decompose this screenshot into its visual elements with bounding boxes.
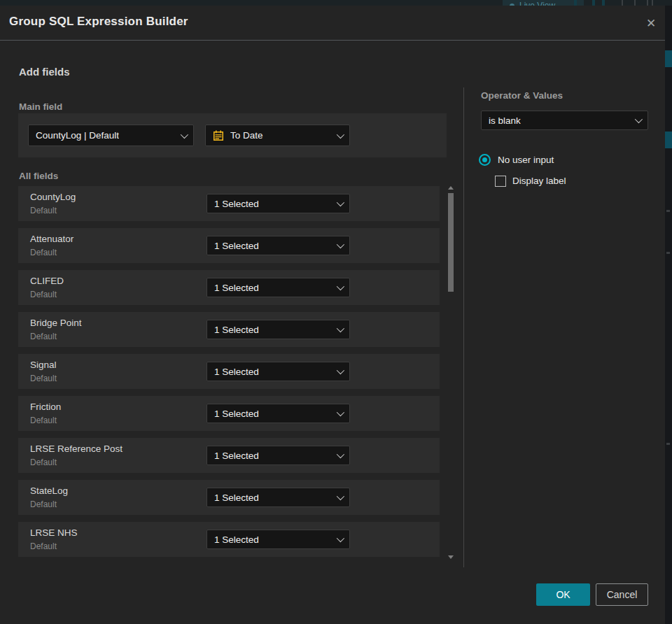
chevron-down-icon — [337, 325, 344, 332]
radio-selected-dot — [482, 157, 487, 162]
toolbar-separator — [592, 0, 595, 6]
field-selection-value: 1 Selected — [214, 409, 259, 419]
background-mark — [666, 210, 670, 212]
field-selection-dropdown[interactable]: 1 Selected — [206, 320, 350, 339]
field-name: Bridge Point — [30, 318, 82, 328]
field-selection-dropdown[interactable]: 1 Selected — [206, 236, 350, 255]
chevron-down-icon — [337, 451, 344, 458]
toolbar-separator — [574, 0, 577, 6]
main-field-panel: CountyLog | Default To Date — [18, 113, 447, 157]
toolbar-separator — [602, 0, 605, 6]
main-field-dropdown[interactable]: CountyLog | Default — [28, 125, 194, 146]
field-name: CLIFED — [30, 276, 64, 286]
field-name: Friction — [30, 402, 61, 412]
field-row: AttenuatorDefault1 Selected — [18, 228, 440, 263]
field-row: CountyLogDefault1 Selected — [18, 186, 440, 221]
background-app-topbar: Live View — [0, 0, 672, 6]
field-selection-value: 1 Selected — [214, 492, 259, 503]
main-field-label: Main field — [19, 101, 62, 112]
field-row: CLIFEDDefault1 Selected — [18, 270, 440, 305]
field-source: Default — [30, 332, 57, 341]
screen: Live View Group SQL Expression Builder ✕… — [0, 0, 672, 624]
display-label-label: Display label — [512, 176, 566, 186]
field-row: Bridge PointDefault1 Selected — [18, 312, 440, 347]
field-selection-value: 1 Selected — [214, 325, 259, 335]
operator-values-label: Operator & Values — [481, 90, 563, 101]
all-fields-label: All fields — [19, 171, 58, 181]
chevron-down-icon — [337, 241, 344, 248]
dialog-title: Group SQL Expression Builder — [9, 15, 188, 29]
toolbar-separator — [647, 0, 648, 6]
chevron-down-icon — [337, 367, 344, 374]
field-selection-dropdown[interactable]: 1 Selected — [206, 446, 350, 465]
field-selection-value: 1 Selected — [214, 367, 259, 377]
background-app-right-strip — [665, 6, 672, 624]
field-row: FrictionDefault1 Selected — [18, 396, 440, 431]
live-view-button[interactable]: Live View — [503, 0, 584, 6]
chevron-down-icon — [337, 409, 344, 416]
live-view-label: Live View — [519, 1, 555, 6]
chevron-down-icon — [337, 492, 344, 500]
section-divider — [463, 87, 464, 567]
background-accent-fragment — [665, 132, 672, 148]
group-sql-expression-builder-dialog: Group SQL Expression Builder ✕ Add field… — [0, 6, 665, 624]
field-name: Attenuator — [30, 234, 74, 244]
field-selection-value: 1 Selected — [214, 451, 259, 461]
chevron-down-icon — [337, 283, 344, 290]
field-selection-dropdown[interactable]: 1 Selected — [206, 362, 350, 381]
background-mark — [666, 252, 670, 254]
chevron-down-icon — [635, 115, 643, 123]
field-row: StateLogDefault1 Selected — [18, 480, 440, 515]
cancel-button[interactable]: Cancel — [596, 583, 648, 606]
dialog-header: Group SQL Expression Builder ✕ — [0, 6, 665, 41]
scrollbar-thumb[interactable] — [448, 193, 454, 292]
chevron-down-icon — [337, 534, 344, 542]
chevron-down-icon — [337, 199, 344, 206]
toolbar-separator — [634, 0, 636, 6]
field-source: Default — [30, 290, 57, 299]
field-name: StateLog — [30, 485, 68, 496]
no-user-input-radio[interactable] — [479, 154, 491, 166]
field-selection-dropdown[interactable]: 1 Selected — [206, 530, 350, 549]
add-fields-heading: Add fields — [19, 66, 70, 78]
chevron-down-icon — [181, 130, 188, 138]
background-accent-fragment — [665, 50, 672, 67]
field-row: LRSE NHSDefault1 Selected — [18, 522, 440, 557]
field-source: Default — [30, 248, 57, 257]
field-selection-dropdown[interactable]: 1 Selected — [206, 194, 350, 213]
toolbar-separator — [652, 0, 653, 6]
operator-dropdown[interactable]: is blank — [481, 111, 648, 130]
operator-dropdown-value: is blank — [489, 115, 521, 126]
field-name: LRSE NHS — [30, 527, 78, 538]
scrollbar-up-arrow-icon[interactable] — [448, 186, 454, 190]
field-type-dropdown[interactable]: To Date — [205, 125, 350, 146]
field-selection-dropdown[interactable]: 1 Selected — [206, 278, 350, 297]
no-user-input-label: No user input — [498, 155, 554, 165]
field-type-dropdown-value: To Date — [230, 130, 263, 141]
background-mark — [666, 443, 670, 445]
field-source: Default — [30, 499, 57, 509]
field-source: Default — [30, 374, 57, 383]
close-icon[interactable]: ✕ — [641, 13, 661, 33]
field-source: Default — [30, 458, 57, 467]
calendar-icon — [213, 130, 224, 141]
display-label-checkbox[interactable] — [495, 176, 506, 187]
field-selection-value: 1 Selected — [214, 283, 259, 293]
field-source: Default — [30, 541, 57, 551]
field-source: Default — [30, 206, 57, 215]
main-field-dropdown-value: CountyLog | Default — [36, 130, 119, 141]
field-selection-dropdown[interactable]: 1 Selected — [206, 488, 350, 507]
field-selection-dropdown[interactable]: 1 Selected — [206, 404, 350, 423]
field-name: CountyLog — [30, 192, 76, 202]
field-name: Signal — [30, 360, 57, 370]
ok-button[interactable]: OK — [536, 583, 590, 606]
field-selection-value: 1 Selected — [214, 199, 259, 209]
field-selection-value: 1 Selected — [214, 241, 259, 251]
field-source: Default — [30, 416, 57, 425]
field-name: LRSE Reference Post — [30, 444, 122, 454]
field-selection-value: 1 Selected — [214, 534, 259, 545]
toolbar-separator — [622, 0, 623, 6]
field-row: LRSE Reference PostDefault1 Selected — [18, 438, 440, 473]
field-row: SignalDefault1 Selected — [18, 354, 440, 389]
scrollbar-down-arrow-icon[interactable] — [448, 555, 454, 559]
